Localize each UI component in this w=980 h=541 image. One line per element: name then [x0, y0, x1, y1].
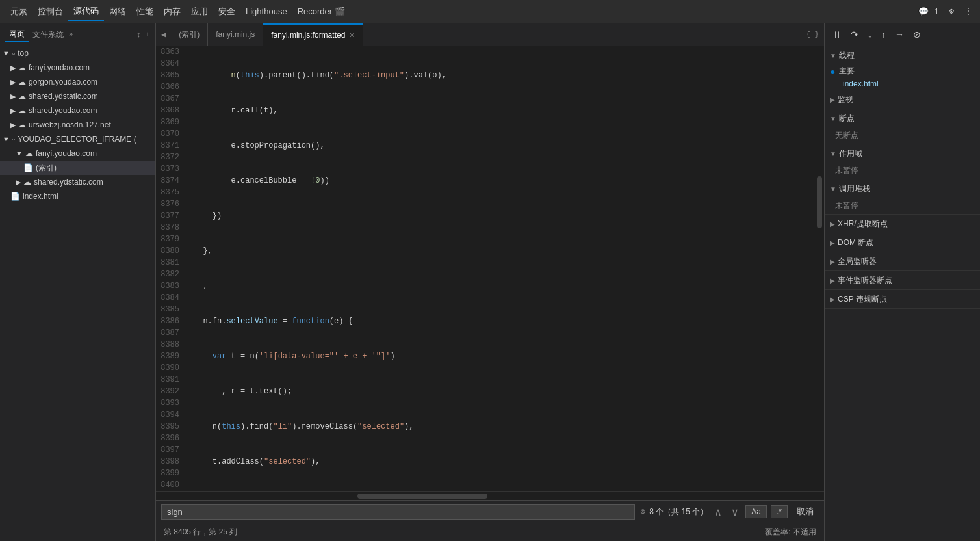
new-folder-icon[interactable]: +: [145, 30, 150, 40]
tree-node-youdao-selector[interactable]: ▼ ▫ YOUDAO_SELECTOR_IFRAME (: [0, 132, 155, 146]
section-dom-header[interactable]: ▶ DOM 断点: [825, 233, 980, 252]
menu-item-application[interactable]: 应用: [186, 3, 213, 20]
ln-8375: 8375: [156, 187, 183, 198]
ln-8364: 8364: [156, 58, 183, 70]
tree-node-shared-ydstatic-inner[interactable]: ▶ ☁ shared.ydstatic.com: [0, 175, 155, 189]
section-title: 线程: [839, 50, 855, 61]
vertical-scrollbar[interactable]: [815, 46, 824, 491]
menu-item-network[interactable]: 网络: [104, 3, 131, 20]
expand-icon: ▶: [10, 107, 16, 115]
sidebar-toggle[interactable]: ◀: [156, 30, 171, 40]
cloud-icon: ☁: [18, 120, 26, 129]
section-global-listeners-header[interactable]: ▶ 全局监听器: [825, 252, 980, 270]
pause-resume-button[interactable]: ⏸: [830, 28, 844, 41]
menu-bar: 元素 控制台 源代码 网络 性能 内存 应用 安全 Lighthouse Rec…: [0, 0, 980, 23]
regex-button[interactable]: .*: [771, 505, 788, 518]
search-next-button[interactable]: ∨: [729, 505, 741, 520]
tab-fanyi-formatted[interactable]: fanyi.min.js:formatted ✕: [263, 23, 363, 46]
menu-item-performance[interactable]: 性能: [131, 3, 159, 20]
cloud-icon: ☁: [18, 106, 26, 115]
tree-node-fanyi-youdao[interactable]: ▶ ☁ fanyi.youdao.com: [0, 60, 155, 75]
search-cancel-button[interactable]: 取消: [792, 505, 819, 519]
ln-8389: 8389: [156, 350, 183, 362]
tab-close-icon[interactable]: ✕: [349, 31, 355, 40]
code-line-8368: },: [188, 245, 815, 257]
tab-webpage[interactable]: 网页: [5, 27, 29, 42]
tree-node-urswebzj[interactable]: ▶ ☁ urswebzj.nosdn.127.net: [0, 118, 155, 132]
section-watch-header[interactable]: ▶ 监视: [825, 90, 980, 109]
search-prev-button[interactable]: ∧: [712, 505, 725, 520]
expand-icon: ▶: [10, 64, 16, 72]
tree-node-gorgon-youdao[interactable]: ▶ ☁ gorgon.youdao.com: [0, 75, 155, 89]
search-count: 8 个（共 15 个）: [649, 507, 708, 518]
section-title: 断点: [839, 113, 855, 124]
step-button[interactable]: →: [892, 28, 907, 41]
code-line-8363: n(this).parent().find(".select-input").v…: [188, 70, 815, 81]
format-toggle[interactable]: { }: [801, 31, 824, 38]
tree-label: shared.ydstatic.com: [34, 178, 103, 187]
thread-file-label: index.html: [843, 79, 879, 88]
section-threads-header[interactable]: ▼ 线程: [825, 46, 980, 64]
more-icon[interactable]: ⋮: [962, 4, 975, 19]
tree-node-fanyi-inner[interactable]: ▼ ☁ fanyi.youdao.com: [0, 146, 155, 161]
menu-item-lighthouse[interactable]: Lighthouse: [240, 4, 292, 19]
scrollbar-thumb[interactable]: [817, 176, 822, 228]
more-tabs-icon[interactable]: »: [69, 31, 73, 38]
code-line-8364: r.call(t),: [188, 105, 815, 116]
tab-label: fanyi.min.js: [216, 30, 255, 39]
tree-label: urswebzj.nosdn.127.net: [29, 120, 111, 129]
code-line-8372: , r = t.text();: [188, 386, 815, 397]
tab-fanyi-min[interactable]: fanyi.min.js: [208, 23, 263, 46]
search-clear-icon[interactable]: ⊗: [640, 507, 645, 517]
h-scroll-thumb[interactable]: [357, 494, 487, 499]
section-csp-header[interactable]: ▶ CSP 违规断点: [825, 290, 980, 308]
notification-icon[interactable]: 💬 1: [916, 4, 942, 20]
step-over-button[interactable]: ↷: [848, 28, 861, 41]
menu-item-sources[interactable]: 源代码: [68, 3, 104, 21]
step-into-button[interactable]: ↓: [865, 28, 875, 41]
horizontal-scroll[interactable]: [156, 491, 824, 500]
section-scope-header[interactable]: ▼ 作用域: [825, 144, 980, 163]
tree-node-shared-ydstatic[interactable]: ▶ ☁ shared.ydstatic.com: [0, 89, 155, 103]
ln-8368: 8368: [156, 105, 183, 116]
match-case-button[interactable]: Aa: [745, 505, 767, 518]
thread-main[interactable]: ● 主要: [825, 64, 980, 78]
tree-node-shared-youdao[interactable]: ▶ ☁ shared.youdao.com: [0, 103, 155, 118]
code-line-8365: e.stopPropagation(),: [188, 140, 815, 152]
section-csp: ▶ CSP 违规断点: [825, 290, 980, 309]
search-input[interactable]: [161, 504, 635, 520]
step-out-button[interactable]: ↑: [879, 28, 888, 41]
tab-filesystem[interactable]: 文件系统: [29, 28, 68, 42]
section-threads: ▼ 线程 ● 主要 index.html: [825, 46, 980, 90]
folder-icon: ▫: [12, 135, 15, 144]
section-xhr-header[interactable]: ▶ XHR/提取断点: [825, 215, 980, 233]
menu-item-memory[interactable]: 内存: [159, 3, 186, 20]
ln-8397: 8397: [156, 444, 183, 456]
section-event-listeners-header[interactable]: ▶ 事件监听器断点: [825, 271, 980, 289]
ln-8382: 8382: [156, 269, 183, 280]
tree-label: gorgon.youdao.com: [29, 77, 97, 86]
code-line-8373: n(this).find("li").removeClass("selected…: [188, 421, 815, 432]
section-callstack-header[interactable]: ▼ 调用堆栈: [825, 179, 980, 198]
ln-8366: 8366: [156, 81, 183, 93]
ln-8386: 8386: [156, 315, 183, 327]
tree-node-index-html[interactable]: 📄 index.html: [0, 189, 155, 204]
tree-node-top[interactable]: ▼ ▫ top: [0, 46, 155, 60]
section-breakpoints-header[interactable]: ▼ 断点: [825, 109, 980, 127]
tree-node-index[interactable]: 📄 (索引): [0, 161, 155, 175]
sync-icon[interactable]: ↕: [136, 30, 141, 40]
section-title: 全局监听器: [838, 256, 877, 267]
section-xhr: ▶ XHR/提取断点: [825, 215, 980, 233]
menu-item-security[interactable]: 安全: [213, 3, 240, 20]
menu-item-recorder[interactable]: Recorder 🎬: [292, 4, 350, 19]
tab-index[interactable]: (索引): [171, 23, 208, 46]
thread-index[interactable]: index.html: [825, 78, 980, 90]
file-tree-header: 网页 文件系统 » ↕ +: [0, 23, 155, 46]
deactivate-button[interactable]: ⊘: [910, 28, 923, 41]
menu-item-console[interactable]: 控制台: [32, 3, 68, 20]
section-title: 事件监听器断点: [838, 275, 892, 286]
menu-item-elements[interactable]: 元素: [5, 3, 32, 20]
code-container[interactable]: 8363 8364 8365 8366 8367 8368 8369 8370 …: [156, 46, 824, 491]
section-title: 作用域: [839, 148, 862, 159]
settings-icon[interactable]: ⚙: [947, 4, 957, 19]
